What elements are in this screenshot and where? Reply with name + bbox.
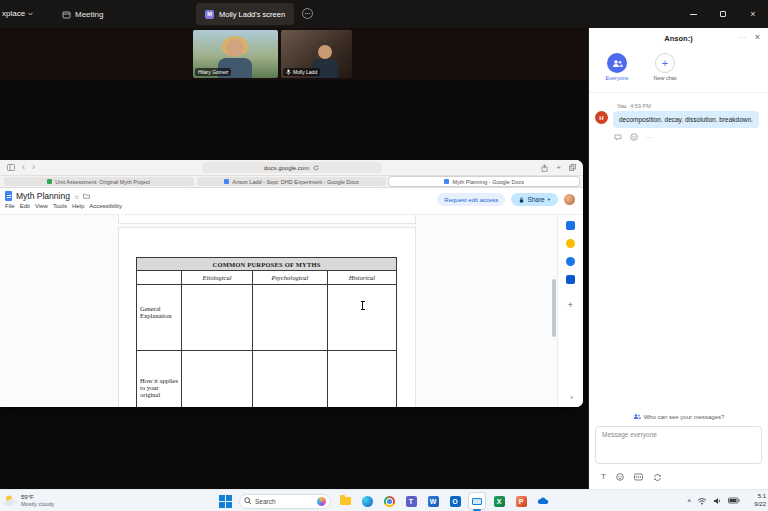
sidebar-toggle-icon[interactable]	[7, 164, 15, 171]
minimize-button[interactable]	[678, 0, 708, 28]
share-button[interactable]: Share ▾	[511, 193, 558, 206]
channel-everyone[interactable]: Everyone	[599, 53, 635, 92]
taskbar-app-meeting-active[interactable]	[469, 493, 485, 509]
table-row-label[interactable]: How it applies to your original	[137, 351, 182, 408]
hide-side-panel-icon[interactable]: ›	[570, 393, 573, 402]
reload-icon[interactable]	[313, 165, 319, 171]
move-folder-icon[interactable]	[83, 193, 90, 199]
video-feed	[226, 39, 244, 57]
taskbar-app-outlook[interactable]: O	[447, 493, 463, 509]
meeting-icon	[62, 10, 71, 19]
browser-tab-1[interactable]: Unit Assessment: Original Myth Project	[4, 177, 194, 186]
battery-icon[interactable]	[728, 497, 740, 504]
teams-icon: T	[406, 496, 417, 507]
add-addon-icon[interactable]: +	[568, 301, 573, 310]
table-cell[interactable]	[328, 351, 397, 408]
message-more-icon[interactable]: ···	[646, 134, 652, 140]
tab-meeting[interactable]: Meeting	[62, 0, 103, 28]
table-title-cell[interactable]: COMMON PURPOSES OF MYTHS	[137, 258, 397, 271]
menu-file[interactable]: File	[5, 203, 15, 209]
taskbar-app-edge[interactable]	[359, 493, 375, 509]
compose-toolbar: T	[601, 473, 768, 481]
taskbar-app-chrome[interactable]	[381, 493, 397, 509]
participant-name-tag: Molly Ladd	[283, 68, 320, 76]
start-button[interactable]	[217, 493, 233, 509]
maximize-button[interactable]	[708, 0, 738, 28]
table-cell[interactable]	[328, 285, 397, 351]
message-sender: You	[617, 103, 626, 109]
tray-expand-icon[interactable]: ^	[687, 498, 691, 504]
forward-icon[interactable]: ›	[32, 163, 35, 172]
participant-video-molly[interactable]: Molly Ladd	[281, 30, 352, 78]
request-edit-access-button[interactable]: Request edit access	[437, 193, 505, 206]
menu-help[interactable]: Help	[72, 203, 84, 209]
account-avatar[interactable]	[564, 194, 575, 205]
gif-icon[interactable]	[634, 473, 643, 481]
table-cell[interactable]	[182, 351, 253, 408]
share-page-icon[interactable]	[541, 164, 548, 172]
chat-close-icon[interactable]: ×	[755, 32, 760, 42]
taskbar-app-powerpoint[interactable]: P	[513, 493, 529, 509]
star-icon[interactable]: ☆	[74, 193, 79, 200]
google-docs-icon	[5, 191, 12, 201]
workspace-menu[interactable]: xplace	[2, 9, 33, 18]
loop-icon[interactable]	[653, 474, 662, 481]
participant-name: Hilary Gomez	[198, 69, 228, 75]
windows-start-icon	[219, 495, 232, 508]
table-col-psychological[interactable]: Psychological	[253, 271, 328, 285]
browser-tab-3-active[interactable]: Myth Planning - Google Docs	[389, 177, 579, 186]
participant-video-hilary[interactable]: Hilary Gomez	[193, 30, 278, 78]
message-input[interactable]	[602, 431, 755, 459]
document-page[interactable]: COMMON PURPOSES OF MYTHS Etiological Psy…	[118, 227, 416, 407]
address-bar[interactable]: docs.google.com	[202, 162, 382, 173]
close-button[interactable]: ×	[738, 0, 768, 28]
table-cell[interactable]	[253, 285, 328, 351]
tab-options-icon[interactable]: •••	[302, 8, 313, 19]
menu-edit[interactable]: Edit	[20, 203, 30, 209]
tab-overview-icon[interactable]	[569, 164, 576, 171]
volume-icon[interactable]	[713, 497, 722, 505]
table-cell[interactable]	[253, 351, 328, 408]
table-row-label[interactable]: General Explanation	[137, 285, 182, 351]
new-tab-icon[interactable]: +	[556, 163, 561, 172]
tab-shared-screen[interactable]: M Molly Ladd's screen	[196, 3, 294, 25]
menu-accessibility[interactable]: Accessibility	[89, 203, 122, 209]
reply-icon[interactable]	[614, 134, 622, 141]
powerpoint-icon: P	[516, 496, 527, 507]
privacy-note[interactable]: Who can see your messages?	[589, 413, 768, 420]
tasks-icon[interactable]	[566, 257, 575, 266]
table-cell[interactable]	[182, 285, 253, 351]
chat-scroll-area[interactable]	[589, 141, 768, 413]
chat-more-icon[interactable]: ···	[739, 34, 747, 40]
new-chat-button[interactable]: + New chat	[647, 53, 683, 92]
table-corner-cell[interactable]	[137, 271, 182, 285]
wifi-icon[interactable]	[697, 497, 707, 505]
new-chat-label: New chat	[654, 75, 677, 81]
browser-tab-2[interactable]: Anson Ladd - Sept: DHD Experiment - Goog…	[197, 177, 387, 186]
keep-icon[interactable]	[566, 239, 575, 248]
emoji-icon[interactable]	[616, 473, 624, 481]
doc-title[interactable]: Myth Planning	[16, 191, 70, 201]
calendar-icon[interactable]	[566, 221, 575, 230]
emoji-reaction-icon[interactable]	[630, 133, 638, 141]
menu-tools[interactable]: Tools	[53, 203, 67, 209]
table-col-etiological[interactable]: Etiological	[182, 271, 253, 285]
menu-view[interactable]: View	[35, 203, 48, 209]
taskbar-app-onedrive[interactable]	[535, 493, 551, 509]
taskbar-app-word[interactable]: W	[425, 493, 441, 509]
taskbar-app-file-explorer[interactable]	[337, 493, 353, 509]
taskbar-app-excel[interactable]: X	[491, 493, 507, 509]
browser-toolbar: ‹ › docs.google.com +	[0, 160, 583, 176]
taskbar-app-teams[interactable]: T	[403, 493, 419, 509]
message-bubble: decomposition. decay. dissolution. break…	[613, 111, 759, 128]
scrollbar[interactable]	[552, 279, 556, 337]
format-icon[interactable]: T	[601, 473, 606, 481]
taskbar-clock[interactable]: 5:1 9/22	[746, 493, 766, 509]
taskbar-search[interactable]: Search	[239, 494, 331, 509]
back-icon[interactable]: ‹	[22, 163, 25, 172]
contacts-icon[interactable]	[566, 275, 575, 284]
message-actions: ···	[614, 133, 768, 141]
table-col-historical[interactable]: Historical	[328, 271, 397, 285]
taskbar-weather-widget[interactable]: 59°F Mostly cloudy	[4, 494, 54, 507]
request-edit-access-label: Request edit access	[444, 197, 498, 203]
